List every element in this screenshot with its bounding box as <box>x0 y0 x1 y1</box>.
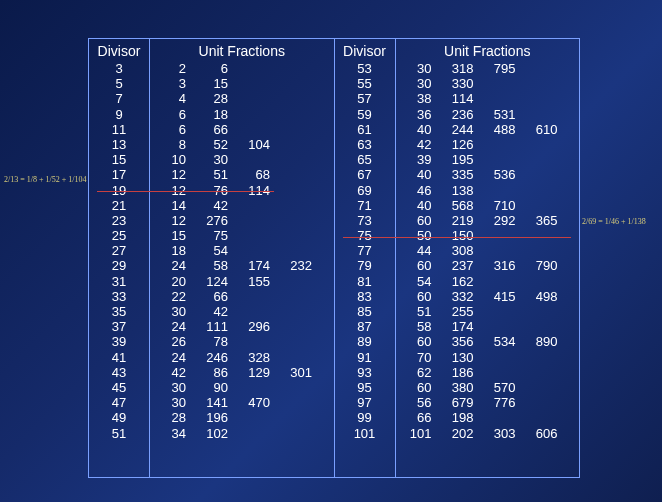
table-row: 34102 <box>156 426 328 441</box>
table-row: 28196 <box>156 410 328 425</box>
table-row: 1854 <box>156 243 328 258</box>
table-row: 5 <box>89 76 149 91</box>
table-row: 11 <box>89 122 149 137</box>
table-row: 57 <box>335 91 395 106</box>
table-row: 1442 <box>156 198 328 213</box>
table-row: 60380570 <box>402 380 574 395</box>
table-row: 1276114 <box>156 183 328 198</box>
table-row: 40568710 <box>402 198 574 213</box>
table-row: 71 <box>335 198 395 213</box>
table-row: 9 <box>89 107 149 122</box>
table-row: 37 <box>89 319 149 334</box>
table-row: 23 <box>89 213 149 228</box>
table-row: 93 <box>335 365 395 380</box>
table-row: 60356534890 <box>402 334 574 349</box>
table-row: 91 <box>335 350 395 365</box>
table-row: 75 <box>335 228 395 243</box>
table-row: 60219292365 <box>402 213 574 228</box>
table-row: 25 <box>89 228 149 243</box>
table-row: 19 <box>89 183 149 198</box>
unit-col-right: Unit Fractions 3031879530330381143623653… <box>396 39 580 477</box>
divisor-col-left: Divisor 35791113151719212325272931333537… <box>89 39 150 477</box>
table-row: 44308 <box>402 243 574 258</box>
table-row: 29 <box>89 258 149 273</box>
table-row: 56679776 <box>402 395 574 410</box>
table-row: 99 <box>335 410 395 425</box>
table-row: 30141470 <box>156 395 328 410</box>
table-row: 45 <box>89 380 149 395</box>
table-row: 24246328 <box>156 350 328 365</box>
table-row: 89 <box>335 334 395 349</box>
table-row: 42126 <box>402 137 574 152</box>
panel-right: Divisor 53555759616365676971737577798183… <box>335 39 580 477</box>
annotation-right: 2/69 = 1/46 + 1/138 <box>582 217 646 226</box>
table-row: 26 <box>156 61 328 76</box>
table-row: 47 <box>89 395 149 410</box>
table-row: 101 <box>335 426 395 441</box>
table-row: 24111296 <box>156 319 328 334</box>
table-row: 54162 <box>402 274 574 289</box>
panel-left: Divisor 35791113151719212325272931333537… <box>89 39 335 477</box>
unit-col-left: Unit Fractions 2631542861866685210410301… <box>150 39 334 477</box>
table-row: 83 <box>335 289 395 304</box>
table-row: 125168 <box>156 167 328 182</box>
table-row: 13 <box>89 137 149 152</box>
table-row: 53 <box>335 61 395 76</box>
table-row: 3 <box>89 61 149 76</box>
table-row: 69 <box>335 183 395 198</box>
table-row: 15 <box>89 152 149 167</box>
table-row: 1575 <box>156 228 328 243</box>
fractions-table: Divisor 35791113151719212325272931333537… <box>88 38 580 478</box>
table-row: 79 <box>335 258 395 273</box>
table-row: 43 <box>89 365 149 380</box>
table-row: 51255 <box>402 304 574 319</box>
annotation-left: 2/13 = 1/8 + 1/52 + 1/104 <box>4 175 86 184</box>
table-row: 17 <box>89 167 149 182</box>
divisor-header: Divisor <box>335 43 395 59</box>
table-row: 38114 <box>402 91 574 106</box>
table-row: 65 <box>335 152 395 167</box>
table-row: 2678 <box>156 334 328 349</box>
table-row: 101202303606 <box>402 426 574 441</box>
table-row: 58174 <box>402 319 574 334</box>
table-row: 70130 <box>402 350 574 365</box>
table-row: 40335536 <box>402 167 574 182</box>
table-row: 618 <box>156 107 328 122</box>
table-row: 66198 <box>402 410 574 425</box>
table-row: 852104 <box>156 137 328 152</box>
table-row: 77 <box>335 243 395 258</box>
table-row: 51 <box>89 426 149 441</box>
table-row: 73 <box>335 213 395 228</box>
unit-header: Unit Fractions <box>402 43 574 59</box>
table-row: 40244488610 <box>402 122 574 137</box>
table-row: 55 <box>335 76 395 91</box>
table-row: 41 <box>89 350 149 365</box>
table-row: 49 <box>89 410 149 425</box>
table-row: 3042 <box>156 304 328 319</box>
table-row: 428 <box>156 91 328 106</box>
table-row: 666 <box>156 122 328 137</box>
table-row: 1030 <box>156 152 328 167</box>
table-row: 97 <box>335 395 395 410</box>
table-row: 39195 <box>402 152 574 167</box>
table-row: 3090 <box>156 380 328 395</box>
unit-header: Unit Fractions <box>156 43 328 59</box>
table-row: 59 <box>335 107 395 122</box>
table-row: 31 <box>89 274 149 289</box>
table-row: 30330 <box>402 76 574 91</box>
table-row: 4286129301 <box>156 365 328 380</box>
table-row: 36236531 <box>402 107 574 122</box>
table-row: 21 <box>89 198 149 213</box>
table-row: 27 <box>89 243 149 258</box>
table-row: 63 <box>335 137 395 152</box>
table-row: 61 <box>335 122 395 137</box>
table-row: 67 <box>335 167 395 182</box>
table-row: 33 <box>89 289 149 304</box>
table-row: 81 <box>335 274 395 289</box>
table-row: 62186 <box>402 365 574 380</box>
table-row: 7 <box>89 91 149 106</box>
divisor-col-right: Divisor 53555759616365676971737577798183… <box>335 39 396 477</box>
table-row: 315 <box>156 76 328 91</box>
table-row: 46138 <box>402 183 574 198</box>
table-row: 85 <box>335 304 395 319</box>
